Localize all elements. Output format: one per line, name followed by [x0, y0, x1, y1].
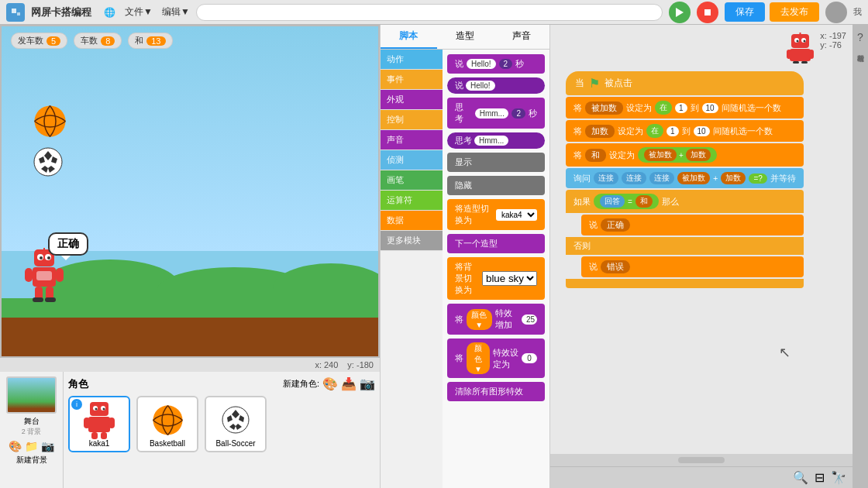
- block-say-sec[interactable]: 说 Hello! 2 秒: [447, 54, 545, 74]
- svg-rect-2: [17, 12, 20, 15]
- flag-symbol: ⚑: [589, 76, 600, 91]
- var-chip-0: 发车数 5: [11, 33, 67, 49]
- cb-plus: +: [679, 151, 684, 160]
- sprite-name-basketball: Basketball: [150, 439, 185, 448]
- var-label-1: 车数: [81, 35, 98, 46]
- cb-var-name2: 加数: [585, 125, 615, 138]
- cb-ask[interactable]: 询问 连接 连接 连接 被加数 + 加数 =? 并等待: [566, 168, 804, 188]
- menu-edit[interactable]: 编辑▼: [162, 5, 190, 19]
- stage-thumb-img[interactable]: [6, 376, 57, 414]
- block-next-costume[interactable]: 下一个造型: [447, 234, 545, 253]
- block-show[interactable]: 显示: [447, 153, 545, 172]
- cat-sound[interactable]: 声音: [381, 130, 443, 150]
- block-think-simple-arg: Hmm...: [474, 136, 508, 146]
- block-say-arg: Hello!: [467, 59, 496, 69]
- cb-if-label: 如果: [574, 196, 591, 208]
- scrollbar-thumb[interactable]: [678, 457, 725, 463]
- cat-motion[interactable]: 动作: [381, 50, 443, 70]
- code-scrollbar[interactable]: [550, 454, 852, 466]
- cat-data[interactable]: 数据: [381, 211, 443, 231]
- camera-bg-icon[interactable]: 📷: [41, 440, 54, 452]
- cb-if-header[interactable]: 如果 回答 = 和 那么: [566, 190, 804, 213]
- blocks-panel: 脚本 造型 声音 动作 事件 外观 控制 声音 侦测 画笔 运算符 数据 更多模…: [380, 25, 550, 488]
- cat-more[interactable]: 更多模块: [381, 231, 443, 251]
- block-hide[interactable]: 隐藏: [447, 176, 545, 195]
- zoom-in-icon[interactable]: 🔍: [793, 470, 808, 485]
- sprite-name-soccer: Ball-Soccer: [215, 439, 255, 448]
- svg-rect-33: [84, 418, 90, 428]
- cb-sum-var: 和: [636, 195, 653, 208]
- cb-set-sum[interactable]: 将 和 设定为 被加数 + 加数: [566, 143, 804, 167]
- block-switch-bg[interactable]: 将背景切换为 blue sky: [447, 257, 545, 300]
- cb-setval-label2: 设定为: [618, 125, 643, 137]
- block-area: 动作 事件 外观 控制 声音 侦测 画笔 运算符 数据 更多模块 说 Hello…: [381, 50, 549, 488]
- tab-sound[interactable]: 声音: [493, 25, 549, 49]
- cb-add-var1: 被加数: [644, 149, 677, 161]
- paint-sprite-icon[interactable]: 🎨: [322, 376, 338, 391]
- cb-clicked-label: 被点击: [604, 77, 632, 90]
- cb-else-label: 否则: [566, 237, 804, 255]
- user-avatar[interactable]: [825, 2, 847, 23]
- sprite-item-soccer[interactable]: Ball-Soccer: [205, 396, 267, 452]
- cb-set-label1: 将: [574, 102, 582, 114]
- costume-select[interactable]: kaka4: [496, 209, 537, 221]
- publish-button[interactable]: 去发布: [770, 2, 819, 22]
- sprite-item-basketball[interactable]: Basketball: [136, 396, 198, 452]
- cb-set-var1[interactable]: 将 被加数 设定为 在 1 到 10 间随机选一个数: [566, 97, 804, 119]
- upload-bg-icon[interactable]: 📁: [25, 440, 38, 452]
- tab-script[interactable]: 脚本: [381, 25, 437, 49]
- code-canvas[interactable]: x: -197 y: -76: [550, 25, 852, 454]
- block-think-sec[interactable]: 思考 Hmm... 2 秒: [447, 98, 545, 129]
- stage-label: 舞台: [24, 416, 40, 427]
- cat-sensing[interactable]: 侦测: [381, 150, 443, 170]
- coord-y-display: y: -76: [820, 40, 846, 50]
- menu-globe[interactable]: 🌐: [104, 5, 115, 19]
- cb-say-correct[interactable]: 说 正确: [581, 215, 804, 235]
- cb-hat[interactable]: 当 ⚑ 被点击: [566, 71, 804, 95]
- save-button[interactable]: 保存: [725, 2, 765, 22]
- block-color-add[interactable]: 将 颜色▼ 特效增加 25: [447, 304, 545, 335]
- block-clear-effects[interactable]: 清除所有图形特效: [447, 382, 545, 401]
- cat-control[interactable]: 控制: [381, 110, 443, 130]
- flag-button[interactable]: [669, 2, 691, 23]
- svg-point-5: [35, 106, 66, 137]
- paint-icon[interactable]: 🎨: [9, 440, 22, 452]
- cb-join2: 连接: [622, 172, 646, 184]
- code-panel: x: -197 y: -76: [550, 25, 852, 488]
- zoom-out-icon[interactable]: 🔭: [831, 470, 846, 485]
- zoom-reset-icon[interactable]: ⊟: [815, 470, 825, 485]
- cat-events[interactable]: 事件: [381, 70, 443, 90]
- cat-operators[interactable]: 运算符: [381, 191, 443, 211]
- code-group-main: 当 ⚑ 被点击 将 被加数 设定为 在 1 到 10 间随机选一个数: [566, 71, 804, 288]
- soccer-sprite: [33, 146, 64, 177]
- svg-point-37: [153, 405, 182, 435]
- cb-rand-to1: 10: [702, 103, 718, 113]
- bg-select[interactable]: blue sky: [482, 271, 537, 286]
- tab-costume[interactable]: 造型: [437, 25, 494, 49]
- svg-rect-53: [809, 50, 814, 59]
- svg-rect-25: [33, 297, 43, 302]
- cb-random2[interactable]: 在: [646, 124, 663, 138]
- camera-sprite-icon[interactable]: 📷: [360, 376, 375, 391]
- stop-button[interactable]: [697, 2, 718, 23]
- svg-rect-4: [704, 9, 711, 15]
- cat-pen[interactable]: 画笔: [381, 170, 443, 191]
- block-switch-costume[interactable]: 将造型切换为 kaka4: [447, 199, 545, 230]
- cat-looks[interactable]: 外观: [381, 90, 443, 110]
- svg-rect-52: [787, 50, 791, 59]
- main-content: 发车数 5 车数 8 和 13: [0, 25, 868, 488]
- cb-when-label: 当: [575, 77, 584, 90]
- search-input[interactable]: [196, 4, 663, 21]
- help-question-icon[interactable]: ?: [857, 31, 863, 43]
- cb-set-var2[interactable]: 将 加数 设定为 在 1 到 10 间随机选一个数: [566, 120, 804, 142]
- block-color-set[interactable]: 将 颜色▼ 特效设定为 0: [447, 339, 545, 378]
- block-say[interactable]: 说 Hello!: [447, 77, 545, 94]
- block-think[interactable]: 思考 Hmm...: [447, 132, 545, 149]
- sprite-item-kaka1[interactable]: i: [68, 396, 130, 452]
- coord-x: x: 240: [315, 360, 338, 369]
- cb-random1[interactable]: 在: [655, 101, 672, 115]
- stage[interactable]: 发车数 5 车数 8 和 13: [0, 25, 380, 358]
- upload-sprite-icon[interactable]: 📥: [341, 376, 356, 391]
- cb-say-wrong[interactable]: 说 错误: [581, 256, 804, 277]
- menu-file[interactable]: 文件▼: [125, 5, 153, 19]
